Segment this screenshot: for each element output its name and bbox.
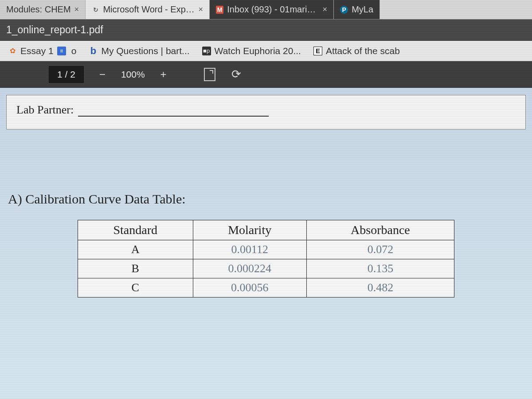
bookmark-euphoria[interactable]: ■p Watch Euphoria 20... [202,46,301,56]
lab-partner-underline [78,104,269,117]
bartleby-icon: b [89,47,98,55]
tab-inbox[interactable]: M Inbox (993) - 01mariamk × [210,0,334,19]
cell-molarity: 0.00112 [193,240,306,259]
bookmark-essay1[interactable]: ✿ Essay 1 ≡ o [8,46,76,56]
cell-absorbance: 0.482 [306,278,454,297]
reload-icon: ↻ [92,6,99,14]
lab-partner-label: Lab Partner: [16,103,74,117]
pdf-filename: 1_online_report-1.pdf [6,24,103,36]
pdf-page-area: Lab Partner: A) Calibration Curve Data T… [0,95,532,297]
table-row: C 0.00056 0.482 [78,278,454,297]
cell-molarity: 0.000224 [193,259,306,278]
e-icon: E [313,47,322,55]
bookmark-label: Attack of the scab [326,46,400,56]
calibration-table: Standard Molarity Absorbance A 0.00112 0… [78,220,454,297]
rotate-icon[interactable]: ⟳ [228,66,244,82]
tab-label: Modules: CHEM [6,4,71,15]
gmail-icon: M [216,6,223,14]
page-fragment-top: Lab Partner: [6,95,526,129]
section-a-title: A) Calibration Curve Data Table: [8,192,532,207]
cell-standard: C [78,278,193,297]
bookmark-label: Essay 1 [20,46,54,56]
list-icon: ≡ [57,47,66,55]
bookmark-label: o [71,46,77,56]
tab-label: Inbox (993) - 01mariamk [227,4,319,15]
close-icon[interactable]: × [199,5,203,14]
flower-icon: ✿ [8,47,17,55]
col-absorbance: Absorbance [306,220,454,240]
bookmark-attack-scab[interactable]: E Attack of the scab [313,46,400,56]
cell-absorbance: 0.072 [306,240,454,259]
cell-molarity: 0.00056 [193,278,306,297]
cell-absorbance: 0.135 [306,259,454,278]
zoom-level: 100% [121,69,145,80]
cell-standard: B [78,259,193,278]
zoom-out-button[interactable]: − [94,66,110,82]
lab-partner-row: Lab Partner: [16,103,516,117]
bookmark-bartleby[interactable]: b My Questions | bart... [89,46,189,56]
table-header-row: Standard Molarity Absorbance [78,220,454,240]
tab-word-experir[interactable]: ↻ Microsoft Word - Experir × [86,0,210,19]
browser-tab-strip: Modules: CHEM × ↻ Microsoft Word - Exper… [0,0,532,20]
zoom-in-button[interactable]: + [156,66,172,82]
cell-standard: A [78,240,193,259]
close-icon[interactable]: × [323,5,328,14]
table-row: B 0.000224 0.135 [78,259,454,278]
pearson-icon: P [340,6,348,14]
table-row: A 0.00112 0.072 [78,240,454,259]
tab-modules-chem[interactable]: Modules: CHEM × [0,0,86,19]
col-molarity: Molarity [193,220,306,240]
tab-label: MyLa [352,4,373,15]
tab-label: Microsoft Word - Experir [103,4,195,15]
bookmark-label: My Questions | bart... [101,46,189,56]
close-icon[interactable]: × [74,5,79,14]
pdf-filename-bar: 1_online_report-1.pdf [0,20,532,41]
page-indicator[interactable]: 1 / 2 [49,66,84,83]
video-icon: ■p [202,47,211,55]
bookmarks-bar: ✿ Essay 1 ≡ o b My Questions | bart... ■… [0,41,532,61]
tab-mylab[interactable]: P MyLa [334,0,380,19]
col-standard: Standard [78,220,193,240]
bookmark-label: Watch Euphoria 20... [215,46,301,56]
fit-page-icon[interactable] [202,66,218,82]
pdf-toolbar: 1 / 2 − 100% + ⟳ [0,61,532,88]
